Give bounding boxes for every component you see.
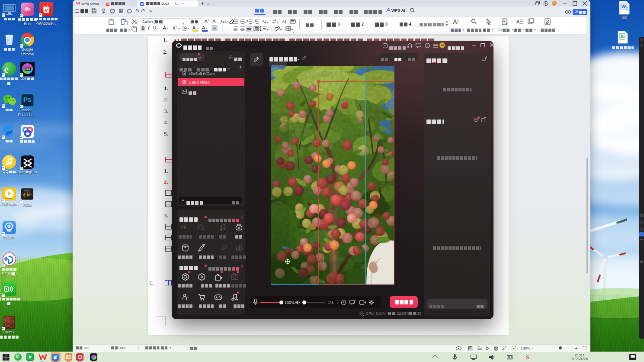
svg-text:A: A [516,19,520,24]
svg-text:W: W [622,4,626,9]
svg-text:2: 2 [240,21,241,23]
svg-text:S: S [621,34,624,39]
svg-text:A: A [282,19,285,23]
svg-text:A: A [262,19,265,23]
svg-text:?: ? [426,44,428,48]
svg-text:e: e [45,7,48,13]
